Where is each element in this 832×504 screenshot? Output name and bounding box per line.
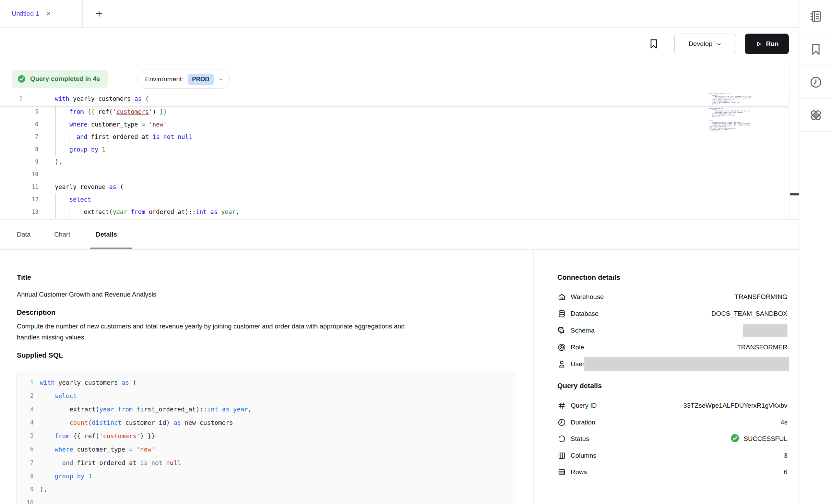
line-number: 4 (16, 416, 34, 429)
line-number: 8 (16, 469, 34, 483)
query-row-query-id: Query ID33TZseWpe1ALFDUYerxR1gVKxbv (557, 397, 787, 414)
supplied-sql-line: 9), (16, 483, 516, 496)
connection-row-role: RoleTRANSFORMER (557, 339, 787, 356)
tab-close-icon[interactable] (45, 11, 51, 17)
detail-label: Query ID (571, 402, 597, 409)
detail-label: Status (571, 435, 589, 443)
redacted-value (743, 324, 787, 337)
detail-label: Warehouse (571, 293, 604, 301)
query-details-heading: Query details (557, 382, 602, 390)
check-circle-icon (17, 74, 26, 83)
hash-icon (557, 401, 566, 410)
supplied-sql-line: 6 where customer_type = 'new' (16, 443, 516, 456)
supplied-sql-heading: Supplied SQL (17, 351, 63, 359)
develop-label: Develop (689, 40, 713, 48)
line-number: 11 (0, 181, 38, 193)
supplied-sql-line: 3 extract(year from first_ordered_at)::i… (16, 403, 516, 416)
sidebar-item-notebook[interactable] (799, 0, 832, 33)
line-number: 8 (0, 143, 38, 156)
database-icon (557, 309, 566, 318)
detail-value (743, 324, 787, 337)
redacted-value (584, 357, 789, 371)
sidebar-item-history[interactable] (799, 66, 832, 99)
tab-bar (0, 0, 799, 27)
line-number: 9 (16, 483, 34, 496)
editor-minimap[interactable]: with yearly_customers as ( select extrac… (709, 93, 752, 132)
editor-line: 6 where customer_type = 'new' (0, 118, 789, 131)
supplied-sql-block: 1with yearly_customers as (2 select3 ext… (16, 372, 516, 504)
line-number: 12 (0, 193, 38, 206)
connection-row-database: DatabaseDOCS_TEAM_SANDBOX (557, 305, 787, 322)
title-value: Annual Customer Growth and Revenue Analy… (17, 289, 156, 300)
editor-line: 12 select (0, 193, 789, 206)
detail-label: Columns (571, 452, 596, 459)
supplied-sql-line: 8 group by 1 (16, 469, 516, 483)
detail-label: Duration (571, 419, 595, 426)
line-number: 6 (16, 443, 34, 456)
editor-line: 1with yearly_customers as ( (0, 92, 789, 106)
query-row-status: StatusSUCCESSFUL (557, 431, 787, 447)
line-number: 1 (19, 92, 23, 106)
connection-row-schema: Schema (557, 322, 787, 339)
editor-line: 10 (0, 168, 789, 181)
editor-line: 9), (0, 156, 789, 168)
tab-chart[interactable]: Chart (54, 219, 70, 249)
bookmark-query-button[interactable] (648, 38, 659, 50)
schema-icon (557, 326, 566, 335)
line-number: 3 (16, 403, 34, 416)
detail-value: 6 (784, 468, 787, 476)
supplied-sql-line: 2 select (16, 389, 516, 403)
editor-sticky-line: 1with yearly_customers as ( (0, 92, 789, 106)
clock-icon (557, 418, 566, 427)
detail-value: 33TZseWpe1ALFDUYerxR1gVKxbv (684, 402, 787, 409)
description-heading: Description (17, 308, 56, 316)
tab-details[interactable]: Details (96, 219, 117, 249)
environment-selector[interactable]: Environment: PROD (137, 70, 230, 89)
bookmark-icon (809, 43, 823, 56)
editor-lines: 5 from {{ ref('customers') }}6 where cus… (0, 106, 789, 218)
supplied-sql-line: 5 from {{ ref('customers') }} (16, 429, 516, 443)
supplied-sql-line: 10 (16, 496, 516, 504)
line-number: 2 (16, 389, 34, 403)
query-row-columns: Columns3 (557, 447, 787, 464)
line-number: 5 (16, 429, 34, 443)
editor-line: 11yearly_revenue as ( (0, 181, 789, 193)
develop-dropdown[interactable]: Develop (674, 34, 736, 54)
play-icon (755, 40, 762, 48)
new-tab-button[interactable] (95, 9, 104, 18)
detail-value: TRANSFORMING (735, 293, 787, 301)
spinner-icon (557, 434, 566, 443)
editor-line: 13 extract(year from ordered_at)::int as… (0, 206, 789, 218)
connection-row-warehouse: WarehouseTRANSFORMING (557, 289, 787, 305)
connection-row-user: User (557, 356, 787, 372)
role-icon (557, 343, 566, 352)
detail-value: 3 (784, 452, 787, 459)
detail-value: DOCS_TEAM_SANDBOX (711, 310, 787, 317)
ide-window: Untitled 1 Develop Run Query completed i… (0, 0, 832, 504)
chevron-down-icon (218, 77, 223, 82)
environment-label: Environment: (145, 75, 183, 83)
tab-data[interactable]: Data (17, 219, 31, 249)
run-button[interactable]: Run (745, 34, 789, 54)
environment-value-chip: PROD (188, 74, 214, 85)
detail-label: Schema (571, 327, 595, 334)
supplied-sql-line: 4 count(distinct customer_id) as new_cus… (16, 416, 516, 429)
check-circle-icon (730, 433, 740, 443)
line-number: 6 (0, 118, 38, 131)
sidebar-item-lineage[interactable] (799, 99, 832, 132)
title-heading: Title (17, 273, 31, 281)
detail-value: TRANSFORMER (737, 344, 787, 351)
detail-value: SUCCESSFUL (730, 433, 787, 445)
editor-line: 5 from {{ ref('customers') }} (0, 106, 789, 118)
line-number: 10 (16, 496, 34, 504)
detail-label: Database (571, 310, 598, 317)
supplied-sql-line: 1with yearly_customers as ( (16, 376, 516, 389)
editor-scrollbar-thumb[interactable] (790, 193, 799, 195)
editor-tab-untitled-1[interactable]: Untitled 1 (0, 0, 83, 27)
notebook-icon (809, 10, 823, 23)
query-row-duration: Duration4s (557, 414, 787, 431)
editor-line: 7 and first_ordered_at is not null (0, 131, 789, 143)
sidebar-item-bookmark[interactable] (799, 33, 832, 66)
detail-value (584, 357, 789, 371)
lineage-icon (809, 108, 823, 122)
